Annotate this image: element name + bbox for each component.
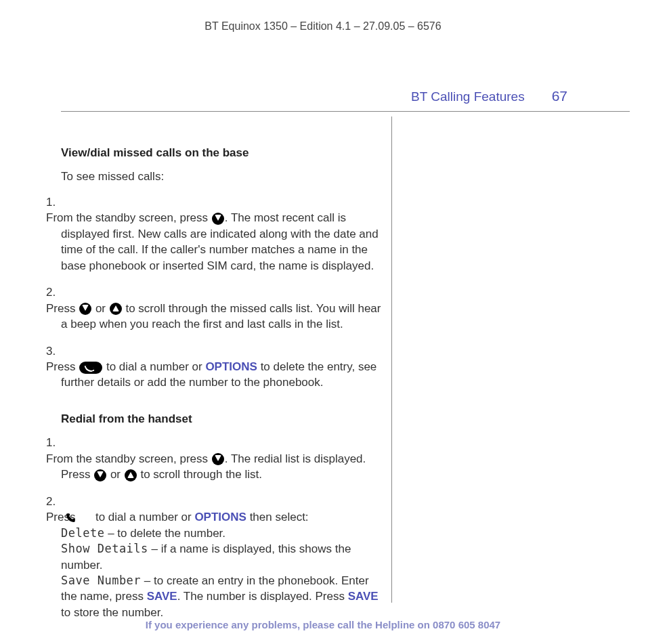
lcd-save-number: Save Number [61, 574, 141, 587]
running-head: BT Calling Features 67 [61, 88, 630, 112]
down-key-icon [212, 453, 224, 465]
heading-view-dial: View/dial missed calls on the base [61, 145, 386, 160]
save-keyword: SAVE [147, 590, 177, 603]
save-keyword: SAVE [348, 590, 379, 603]
page-number: 67 [552, 88, 630, 104]
step-3: Press to dial a number or OPTIONS to del… [46, 343, 386, 391]
footer-text: If you experience any problems, please c… [146, 619, 433, 630]
r2-delete: – to delete the number. [104, 527, 225, 540]
r2-save2: . The number is displayed. Press [177, 590, 348, 603]
down-key-icon [94, 469, 106, 481]
down-key-icon [212, 213, 224, 225]
down-key-icon [79, 303, 91, 315]
section-title: BT Calling Features [411, 89, 525, 104]
step-2: Press or to scroll through the missed ca… [46, 284, 386, 332]
step-3-text-b: to dial a number or [103, 360, 205, 373]
lcd-delete: Delete [61, 526, 104, 540]
options-keyword: OPTIONS [194, 511, 246, 523]
r2-c: then select: [246, 511, 309, 523]
lcd-show-details: Show Details [61, 542, 148, 555]
step-2-text-b: or [92, 302, 109, 315]
r1-a: From the standby screen, press [46, 452, 211, 465]
handset-icon [79, 512, 91, 524]
step-2-text-a: Press [46, 302, 79, 315]
redial-step-2: Press to dial a number or OPTIONS then s… [46, 494, 386, 621]
up-key-icon [110, 303, 122, 315]
redial-step-1: From the standby screen, press . The red… [46, 435, 386, 482]
up-key-icon [125, 469, 137, 481]
step-1-text-a: From the standby screen, press [46, 211, 211, 224]
steps-view-dial: From the standby screen, press . The mos… [61, 194, 386, 391]
r2-save3: to store the number. [61, 606, 163, 619]
doc-header: BT Equinox 1350 – Edition 4.1 – 27.09.05… [0, 20, 646, 33]
r1-d: to scroll through the list. [137, 468, 262, 481]
call-key-icon [79, 362, 102, 374]
footer-phone: 0870 605 8047 [433, 619, 500, 630]
options-keyword: OPTIONS [205, 360, 257, 373]
footer-helpline: If you experience any problems, please c… [0, 619, 646, 630]
r2-b: to dial a number or [92, 511, 194, 523]
heading-redial: Redial from the handset [61, 411, 386, 427]
r1-c: or [107, 468, 124, 481]
step-3-text-a: Press [46, 360, 79, 373]
lead-in-text: To see missed calls: [61, 169, 386, 184]
step-1: From the standby screen, press . The mos… [46, 194, 386, 274]
steps-redial: From the standby screen, press . The red… [61, 435, 386, 620]
